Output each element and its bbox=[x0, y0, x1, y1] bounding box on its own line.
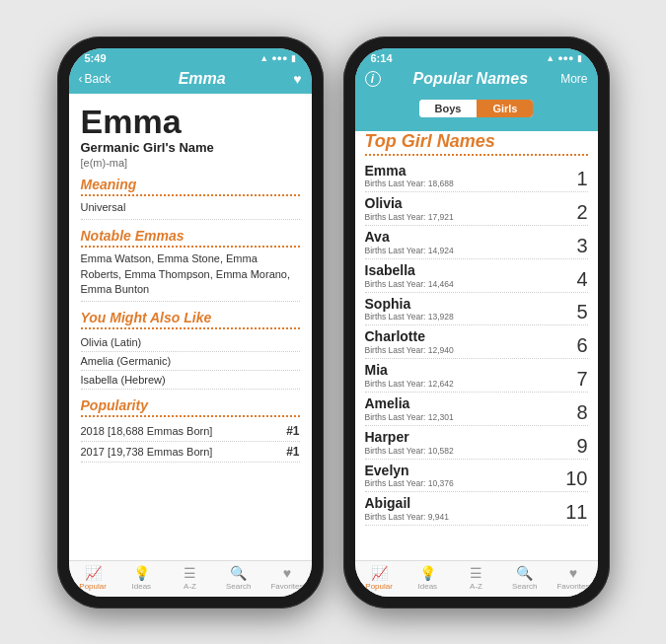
tab-favorites-1[interactable]: ♥ Favorites bbox=[262, 565, 311, 591]
tab-az-2[interactable]: ☰ A-Z bbox=[452, 565, 500, 591]
favorite-button[interactable]: ♥ bbox=[293, 71, 301, 87]
nav-bar-1: ‹ Back Emma ♥ bbox=[69, 66, 312, 94]
girls-toggle[interactable]: Girls bbox=[477, 100, 533, 117]
info-button[interactable]: i bbox=[365, 71, 381, 87]
name-row-6[interactable]: Mia Births Last Year: 12,642 7 bbox=[365, 359, 588, 393]
name-row-left-2: Ava Births Last Year: 14,924 bbox=[365, 229, 454, 255]
name-row-3[interactable]: Isabella Births Last Year: 14,464 4 bbox=[365, 259, 588, 293]
rank-7: 8 bbox=[576, 402, 587, 422]
tab-label: Favorites bbox=[556, 582, 589, 591]
births-10: Births Last Year: 9,941 bbox=[365, 512, 450, 522]
tab-search-2[interactable]: 🔍 Search bbox=[500, 565, 549, 591]
tab-popular-2[interactable]: 📈 Popular bbox=[355, 565, 404, 591]
like-item-2[interactable]: Isabella (Hebrew) bbox=[81, 371, 300, 390]
births-1: Births Last Year: 17,921 bbox=[365, 212, 454, 222]
rank-10: 11 bbox=[565, 502, 587, 522]
name-row-4[interactable]: Sophia Births Last Year: 13,928 5 bbox=[365, 293, 588, 326]
name-phonetic: [e(m)-ma] bbox=[81, 157, 300, 169]
boys-toggle[interactable]: Boys bbox=[419, 100, 478, 117]
name-text-3: Isabella bbox=[365, 262, 454, 279]
rank-4: 5 bbox=[576, 302, 587, 322]
name-row-5[interactable]: Charlotte Births Last Year: 12,940 6 bbox=[365, 325, 588, 359]
name-text-4: Sophia bbox=[365, 296, 454, 313]
status-icons-1: ▲ ●●● ▮ bbox=[259, 53, 295, 63]
name-row-8[interactable]: Harper Births Last Year: 10,582 9 bbox=[365, 426, 588, 460]
rank-3: 4 bbox=[576, 269, 587, 289]
nav-bar-2: i Popular Names More bbox=[355, 66, 598, 94]
like-item-0[interactable]: Olivia (Latin) bbox=[81, 333, 300, 352]
popular-header: Top Girl Names bbox=[355, 131, 598, 160]
name-subtitle: Germanic Girl's Name bbox=[81, 140, 300, 155]
tab-label: Popular bbox=[79, 582, 107, 591]
popular-icon-2: 📈 bbox=[371, 565, 388, 581]
name-row-10[interactable]: Abigail Births Last Year: 9,941 11 bbox=[365, 492, 588, 526]
search-icon-2: 🔍 bbox=[516, 565, 533, 581]
tab-bar-1: 📈 Popular 💡 Ideas ☰ A-Z 🔍 Search ♥ bbox=[69, 560, 312, 597]
name-text-7: Amelia bbox=[365, 395, 454, 412]
births-3: Births Last Year: 14,464 bbox=[365, 279, 454, 289]
phone-2: 6:14 ▲ ●●● ▮ i Popular Names More B bbox=[343, 36, 610, 608]
names-list: Emma Births Last Year: 18,688 1 Olivia B… bbox=[355, 160, 598, 560]
rank-5: 6 bbox=[576, 335, 587, 355]
name-text-0: Emma bbox=[365, 163, 454, 179]
rank-0: 1 bbox=[576, 169, 587, 188]
tab-popular-1[interactable]: 📈 Popular bbox=[69, 565, 117, 591]
search-icon: 🔍 bbox=[230, 565, 247, 581]
battery-icon: ▮ bbox=[291, 53, 296, 63]
rank-6: 7 bbox=[576, 369, 587, 389]
name-row-left-7: Amelia Births Last Year: 12,301 bbox=[365, 395, 454, 422]
name-text-9: Evelyn bbox=[365, 463, 454, 479]
name-row-1[interactable]: Olivia Births Last Year: 17,921 2 bbox=[365, 192, 588, 226]
births-4: Births Last Year: 13,928 bbox=[365, 312, 454, 322]
births-6: Births Last Year: 12,642 bbox=[365, 379, 454, 389]
tab-ideas-1[interactable]: 💡 Ideas bbox=[117, 565, 166, 591]
name-row-left-9: Evelyn Births Last Year: 10,376 bbox=[365, 463, 454, 489]
popular-icon: 📈 bbox=[85, 565, 102, 581]
tab-label: Favorites bbox=[270, 582, 303, 591]
more-button[interactable]: More bbox=[560, 72, 587, 86]
name-row-0[interactable]: Emma Births Last Year: 18,688 1 bbox=[365, 160, 588, 193]
rank-1: 2 bbox=[576, 202, 587, 222]
phone-1: 5:49 ▲ ●●● ▮ ‹ Back Emma ♥ Emma Germanic bbox=[57, 36, 324, 608]
births-0: Births Last Year: 18,688 bbox=[365, 179, 454, 188]
pop-row-0: 2018 [18,688 Emmas Born] #1 bbox=[81, 421, 300, 442]
pop-rank-1: #1 bbox=[286, 445, 299, 459]
detail-content: Emma Germanic Girl's Name [e(m)-ma] Mean… bbox=[69, 94, 312, 560]
births-7: Births Last Year: 12,301 bbox=[365, 412, 454, 422]
nav-title-1: Emma bbox=[179, 70, 226, 88]
like-item-1[interactable]: Amelia (Germanic) bbox=[81, 352, 300, 371]
wifi-icon: ●●● bbox=[271, 53, 287, 63]
ideas-icon: 💡 bbox=[133, 565, 150, 581]
popular-nav-title: Popular Names bbox=[413, 70, 528, 88]
status-time-2: 6:14 bbox=[371, 52, 393, 64]
rank-8: 9 bbox=[576, 436, 587, 456]
heart-icon-2: ♥ bbox=[569, 565, 577, 581]
tab-search-1[interactable]: 🔍 Search bbox=[214, 565, 262, 591]
meaning-text: Universal bbox=[81, 200, 300, 220]
signal-icon-2: ▲ bbox=[546, 53, 555, 63]
tab-label: Ideas bbox=[418, 582, 438, 591]
name-text-2: Ava bbox=[365, 229, 454, 246]
top-area: 6:14 ▲ ●●● ▮ i Popular Names More B bbox=[355, 48, 598, 131]
pop-year-0: 2018 [18,688 Emmas Born] bbox=[81, 425, 213, 437]
tab-label: Popular bbox=[365, 582, 393, 591]
tab-az-1[interactable]: ☰ A-Z bbox=[166, 565, 214, 591]
gender-toggle: Boys Girls bbox=[419, 100, 534, 117]
births-5: Births Last Year: 12,940 bbox=[365, 345, 454, 355]
name-text-1: Olivia bbox=[365, 195, 454, 212]
tab-ideas-2[interactable]: 💡 Ideas bbox=[404, 565, 452, 591]
back-button[interactable]: ‹ Back bbox=[79, 72, 111, 86]
tab-label: Search bbox=[512, 582, 537, 591]
ideas-icon-2: 💡 bbox=[419, 565, 436, 581]
notable-heading: Notable Emmas bbox=[81, 228, 300, 248]
name-row-9[interactable]: Evelyn Births Last Year: 10,376 10 bbox=[365, 460, 588, 493]
pop-rank-0: #1 bbox=[286, 424, 299, 438]
list-title: Top Girl Names bbox=[365, 131, 588, 156]
rank-2: 3 bbox=[576, 236, 587, 255]
status-time-1: 5:49 bbox=[85, 52, 107, 64]
tab-favorites-2[interactable]: ♥ Favorites bbox=[549, 565, 597, 591]
name-row-2[interactable]: Ava Births Last Year: 14,924 3 bbox=[365, 226, 588, 259]
tab-bar-2: 📈 Popular 💡 Ideas ☰ A-Z 🔍 Search ♥ bbox=[355, 560, 598, 597]
name-text-5: Charlotte bbox=[365, 328, 454, 345]
name-row-7[interactable]: Amelia Births Last Year: 12,301 8 bbox=[365, 393, 588, 426]
